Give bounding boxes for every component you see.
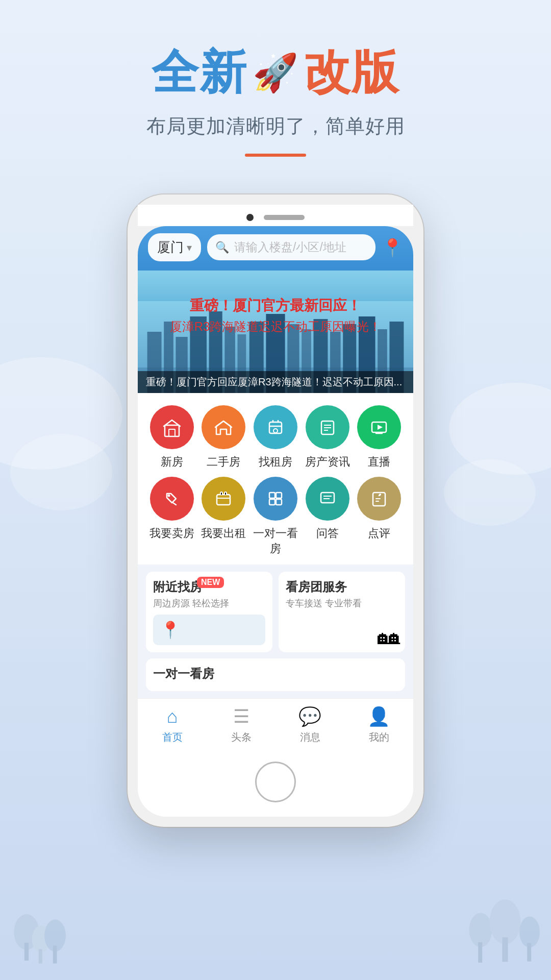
nav-item-profile[interactable]: 👤 我的 [344, 706, 413, 744]
bottom-sections: 附近找房 周边房源 轻松选择 NEW 📍 看房团服务 专车接送 专业带看 🏘 一… [138, 565, 413, 698]
icon-grid: 新房 二手房 找租房 [146, 405, 405, 556]
banner-title: 重磅！厦门官方最新回应！ [138, 296, 413, 315]
search-input-box[interactable]: 🔍 请输入楼盘/小区/地址 [207, 234, 375, 260]
review-label: 点评 [368, 526, 390, 541]
title-left: 全新 [152, 41, 247, 104]
nearby-house-sub: 周边房源 轻松选择 [153, 597, 265, 609]
svg-point-4 [44, 920, 66, 952]
new-house-icon [150, 405, 194, 449]
menu-item-one-on-one[interactable]: 一对一看房 [249, 477, 302, 556]
phone-outer: 厦门 ▾ 🔍 请输入楼盘/小区/地址 📍 [128, 194, 423, 827]
house-tour-card[interactable]: 看房团服务 专车接送 专业带看 🏘 [279, 572, 405, 652]
review-icon [357, 477, 401, 521]
rocket-icon: 🚀 [253, 51, 298, 94]
header-area: 全新 🚀 改版 布局更加清晰明了，简单好用 [0, 0, 551, 179]
svg-point-0 [14, 914, 39, 950]
new-house-label: 新房 [161, 454, 183, 470]
rent-out-label: 我要出租 [201, 526, 246, 541]
news-nav-label: 头条 [231, 730, 252, 744]
svg-rect-1 [24, 943, 29, 961]
news-icon [306, 405, 349, 449]
map-preview: 📍 [153, 615, 265, 645]
banner-area[interactable]: 重磅！厦门官方最新回应！ 厦漳R3跨海隧道迟迟不动工原因曝光！ 重磅！厦门官方回… [138, 271, 413, 393]
rent-label: 找租房 [259, 454, 292, 470]
one-on-one-label: 一对一看房 [249, 526, 302, 556]
qa-label: 问答 [316, 526, 339, 541]
svg-point-6 [469, 913, 492, 947]
menu-item-second-house[interactable]: 二手房 [198, 405, 250, 470]
svg-point-36 [273, 429, 278, 433]
banner-bottom-bar: 重磅！厦门官方回应厦漳R3跨海隧道！迟迟不动工原因... [138, 371, 413, 393]
svg-point-10 [519, 917, 540, 948]
rent-out-icon [202, 477, 245, 521]
svg-rect-11 [527, 943, 531, 962]
phone-top-bar [138, 205, 413, 226]
nav-item-messages[interactable]: 💬 消息 [276, 706, 344, 744]
live-icon [357, 405, 401, 449]
banner-subtitle: 厦漳R3跨海隧道迟迟不动工原因曝光！ [138, 318, 413, 335]
svg-rect-49 [276, 493, 282, 498]
svg-marker-42 [378, 425, 383, 430]
svg-rect-51 [276, 499, 282, 505]
nav-item-home[interactable]: ⌂ 首页 [138, 706, 207, 744]
svg-rect-56 [321, 493, 334, 503]
new-badge: NEW [197, 577, 224, 588]
menu-item-sell[interactable]: 我要卖房 [146, 477, 198, 556]
map-pin-icon: 📍 [160, 620, 181, 640]
svg-rect-46 [217, 495, 230, 505]
svg-rect-50 [269, 499, 275, 505]
sell-icon [150, 477, 194, 521]
menu-item-new-house[interactable]: 新房 [146, 405, 198, 470]
house-tour-sub: 专车接送 专业带看 [286, 597, 398, 609]
search-bar-area: 厦门 ▾ 🔍 请输入楼盘/小区/地址 📍 [138, 226, 413, 271]
bottom-navigation: ⌂ 首页 ☰ 头条 💬 消息 👤 我的 [138, 698, 413, 754]
news-label: 房产资讯 [305, 454, 350, 470]
house-tour-icon: 🏘 [378, 624, 400, 649]
svg-point-45 [167, 495, 170, 497]
phone-screen: 厦门 ▾ 🔍 请输入楼盘/小区/地址 📍 [138, 226, 413, 817]
svg-rect-35 [269, 422, 282, 433]
header-subtitle: 布局更加清晰明了，简单好用 [0, 113, 551, 139]
city-name: 厦门 [157, 238, 184, 256]
second-house-icon [202, 405, 245, 449]
sell-label: 我要卖房 [149, 526, 194, 541]
phone-speaker [264, 215, 305, 220]
app-content: 厦门 ▾ 🔍 请输入楼盘/小区/地址 📍 [138, 226, 413, 817]
home-nav-label: 首页 [162, 730, 183, 744]
one-on-one-card[interactable]: 一对一看房 [146, 658, 405, 691]
svg-rect-31 [165, 425, 179, 436]
message-nav-label: 消息 [300, 730, 320, 744]
qa-icon [306, 477, 349, 521]
menu-item-live[interactable]: 直播 [353, 405, 405, 470]
nav-item-news[interactable]: ☰ 头条 [207, 706, 276, 744]
banner-text-overlay: 重磅！厦门官方最新回应！ 厦漳R3跨海隧道迟迟不动工原因曝光！ [138, 296, 413, 335]
live-label: 直播 [368, 454, 390, 470]
news-nav-icon: ☰ [233, 706, 249, 727]
menu-item-rent-out[interactable]: 我要出租 [198, 477, 250, 556]
title-row: 全新 🚀 改版 [0, 41, 551, 104]
menu-item-review[interactable]: 点评 [353, 477, 405, 556]
rent-icon [254, 405, 297, 449]
home-button[interactable] [255, 762, 296, 802]
menu-item-rent[interactable]: 找租房 [249, 405, 302, 470]
menu-item-qa[interactable]: 问答 [302, 477, 354, 556]
svg-rect-48 [269, 493, 275, 498]
nearby-house-card[interactable]: 附近找房 周边房源 轻松选择 NEW 📍 [146, 572, 272, 652]
menu-item-news[interactable]: 房产资讯 [302, 405, 354, 470]
city-selector[interactable]: 厦门 ▾ [148, 233, 201, 261]
banner-bottom-text: 重磅！厦门官方回应厦漳R3跨海隧道！迟迟不动工原因... [146, 375, 405, 389]
svg-point-8 [490, 899, 521, 944]
svg-rect-3 [39, 949, 42, 964]
home-button-area [138, 754, 413, 817]
svg-rect-5 [53, 946, 57, 964]
svg-rect-7 [478, 942, 482, 963]
location-icon[interactable]: 📍 [382, 237, 403, 258]
chevron-down-icon: ▾ [187, 241, 192, 254]
one-on-one-icon [254, 477, 297, 521]
title-right: 改版 [304, 41, 399, 104]
icon-grid-section: 新房 二手房 找租房 [138, 393, 413, 565]
svg-rect-32 [169, 429, 175, 436]
one-on-one-card-title: 一对一看房 [153, 666, 398, 682]
message-nav-icon: 💬 [298, 706, 321, 727]
search-icon: 🔍 [215, 241, 229, 254]
